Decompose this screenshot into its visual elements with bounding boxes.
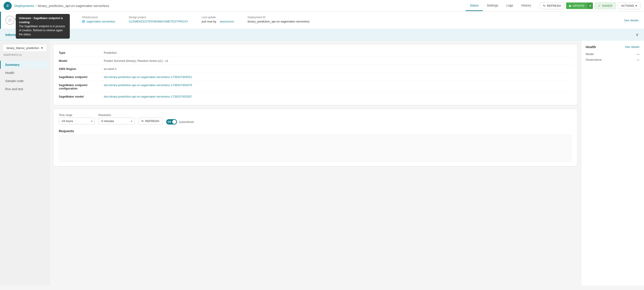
time-range-select[interactable]: 24 hours 1 hour 6 hours 7 days 30 days: [59, 118, 95, 125]
autorefresh-toggle[interactable]: ON: [166, 119, 177, 125]
status-tooltip: Unknown - SageMaker endpoint is creating…: [16, 14, 70, 39]
chevron-down-icon: ▾: [636, 4, 637, 7]
health-governance-row: Governance —: [586, 58, 640, 61]
sagemaker-endpoint-config-link[interactable]: dss-binary-prediction-api-on-sagemaker-s…: [104, 83, 192, 87]
app-logo: D: [4, 2, 12, 10]
update-button-group: ▶ UPDATE ▾: [566, 2, 593, 9]
health-header: Health See details: [586, 45, 640, 49]
sagemaker-model-link[interactable]: dss-binary-prediction-api-on-sagemaker-s…: [104, 95, 192, 98]
refresh-icon: ↻: [543, 4, 546, 7]
metrics-controls: Time range 24 hours 1 hour 6 hours 7 day…: [59, 114, 572, 125]
play-icon: ▶: [569, 4, 572, 7]
empty-icon: ∅: [8, 18, 12, 23]
table-row: Type Prediction: [59, 49, 572, 57]
check-icon: ✓: [598, 4, 600, 7]
autorefresh-control: ON Autorefresh: [166, 119, 194, 125]
sidebar: binary_titanuc_prediction ▾ ENDPOINTS (1…: [0, 40, 50, 286]
resolution-control: Resolution 5 minutes 1 minute 15 minutes…: [98, 114, 134, 125]
time-range-control: Time range 24 hours 1 hour 6 hours 7 day…: [59, 114, 95, 125]
health-model-row: Model —: [586, 52, 640, 56]
left-accent: [0, 12, 1, 29]
infrastructure-info: Infrastructure 🌐 sagemaker-serverless: [82, 16, 115, 23]
top-navigation: D Deployments / binary_prediction_api-on…: [0, 0, 644, 12]
design-project-link[interactable]: CLEMENCESTEPHENMAXIMETESTPROXY: [129, 20, 188, 23]
table-row: Model Predict Survived (binary) | Random…: [59, 57, 572, 65]
status-bar: ∅ Unknown - SageMaker endpoint is creati…: [0, 12, 644, 29]
main-content: binary_titanuc_prediction ▾ ENDPOINTS (1…: [0, 40, 644, 286]
info-chevron-icon: ∨: [636, 32, 638, 37]
table-row: SageMaker model dss-binary-prediction-ap…: [59, 93, 572, 101]
user-link[interactable]: anesonson: [220, 20, 234, 23]
nav-tabs: Status Settings Logs History: [466, 0, 535, 11]
update-button[interactable]: ▶ UPDATE: [566, 2, 588, 9]
infrastructure-link[interactable]: sagemaker-serverless: [86, 20, 115, 23]
update-dropdown-button[interactable]: ▾: [588, 2, 593, 9]
sidebar-nav: Summary Health Sample code Run and test: [0, 61, 49, 93]
see-details-link[interactable]: See details: [624, 19, 638, 22]
table-row: AWS Region eu-west-1: [59, 65, 572, 73]
info-section-header[interactable]: Information ∨: [0, 29, 644, 40]
sidebar-item-sample-code[interactable]: Sample code: [0, 77, 49, 85]
breadcrumb: Deployments / binary_prediction_api-on-s…: [14, 4, 109, 8]
resolution-select[interactable]: 5 minutes 1 minute 15 minutes 1 hour: [98, 118, 134, 125]
info-table: Type Prediction Model Predict Survived (…: [59, 49, 572, 101]
tab-logs[interactable]: Logs: [502, 0, 517, 11]
table-row: SageMaker endpoint configuration dss-bin…: [59, 81, 572, 93]
right-panel: Health See details Model — Governance —: [581, 40, 644, 286]
info-card: Type Prediction Model Predict Survived (…: [53, 44, 577, 105]
refresh-icon-sm: ↻: [142, 119, 144, 123]
breadcrumb-parent[interactable]: Deployments: [14, 4, 34, 8]
nav-actions: ↻ REFRESH ▶ UPDATE ▾ ✓ SAVED! ACTIONS ▾: [540, 2, 640, 9]
endpoint-dropdown-icon: ▾: [41, 46, 43, 50]
health-see-details-link[interactable]: See details: [625, 45, 640, 49]
actions-button[interactable]: ACTIONS ▾: [618, 2, 640, 9]
tab-history[interactable]: History: [517, 0, 535, 11]
svg-text:D: D: [7, 4, 9, 7]
refresh-button[interactable]: ↻ REFRESH: [540, 2, 564, 9]
breadcrumb-current: binary_prediction_api-on-sagemaker-serve…: [38, 4, 109, 8]
endpoint-selector[interactable]: binary_titanuc_prediction ▾: [3, 44, 46, 52]
tab-status[interactable]: Status: [466, 0, 483, 11]
center-panel: Type Prediction Model Predict Survived (…: [50, 40, 581, 286]
sagemaker-endpoint-link[interactable]: dss-binary-prediction-api-on-sagemaker-s…: [104, 75, 192, 79]
health-title: Health: [586, 45, 596, 49]
deployment-id-info: Deployment ID binary_prediction_api-on-s…: [248, 16, 310, 23]
tab-settings[interactable]: Settings: [483, 0, 502, 11]
design-project-info: Design project CLEMENCESTEPHENMAXIMETEST…: [129, 16, 188, 23]
table-row: SageMaker endpoint dss-binary-prediction…: [59, 73, 572, 81]
last-update-info: Last update just now by anesonson: [202, 16, 234, 23]
sidebar-item-health[interactable]: Health: [0, 69, 49, 77]
status-metadata: Infrastructure 🌐 sagemaker-serverless De…: [82, 16, 310, 23]
sidebar-item-run-and-test[interactable]: Run and test: [0, 85, 49, 93]
sidebar-item-summary[interactable]: Summary: [0, 61, 49, 69]
breadcrumb-separator: /: [36, 4, 36, 8]
globe-icon: 🌐: [82, 20, 85, 23]
metrics-card: Time range 24 hours 1 hour 6 hours 7 day…: [53, 109, 577, 166]
requests-title: Requests: [59, 129, 572, 133]
requests-chart: [59, 135, 572, 162]
status-icon: ∅: [6, 16, 14, 25]
saved-indicator: ✓ SAVED!: [595, 2, 616, 9]
metrics-refresh-button[interactable]: ↻ REFRESH: [138, 118, 162, 125]
